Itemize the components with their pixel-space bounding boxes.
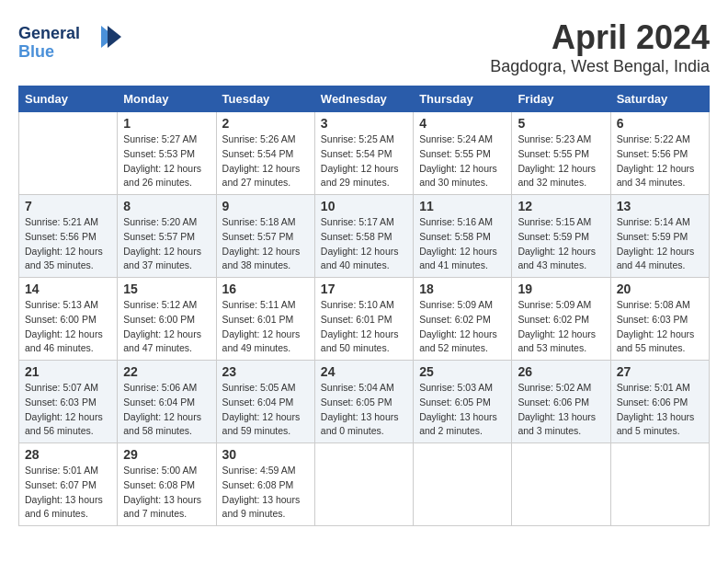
day-info: Sunrise: 5:20 AM Sunset: 5:57 PM Dayligh… [123,215,210,273]
logo: General Blue [18,18,129,64]
day-info: Sunrise: 5:23 AM Sunset: 5:55 PM Dayligh… [518,132,604,190]
page-header: General Blue April 2024 Bagdogra, West B… [18,18,710,76]
calendar-cell: 27Sunrise: 5:01 AM Sunset: 6:06 PM Dayli… [610,361,709,443]
day-number: 25 [419,364,506,379]
day-number: 12 [518,199,604,213]
calendar-cell: 7Sunrise: 5:21 AM Sunset: 5:56 PM Daylig… [19,195,118,278]
day-info: Sunrise: 5:00 AM Sunset: 6:08 PM Dayligh… [123,464,210,522]
day-number: 27 [617,364,703,379]
day-number: 5 [518,116,604,131]
week-row-5: 28Sunrise: 5:01 AM Sunset: 6:07 PM Dayli… [19,443,710,526]
column-header-sunday: Sunday [19,86,118,112]
day-info: Sunrise: 5:18 AM Sunset: 5:57 PM Dayligh… [222,215,309,273]
day-number: 4 [419,116,506,131]
day-info: Sunrise: 5:22 AM Sunset: 5:56 PM Dayligh… [617,132,703,190]
week-row-2: 7Sunrise: 5:21 AM Sunset: 5:56 PM Daylig… [19,195,710,278]
day-number: 23 [222,364,309,379]
day-info: Sunrise: 5:09 AM Sunset: 6:02 PM Dayligh… [419,298,506,356]
day-info: Sunrise: 5:08 AM Sunset: 6:03 PM Dayligh… [617,298,703,356]
calendar-cell: 10Sunrise: 5:17 AM Sunset: 5:58 PM Dayli… [314,195,413,278]
day-info: Sunrise: 5:07 AM Sunset: 6:03 PM Dayligh… [25,381,111,439]
day-info: Sunrise: 5:25 AM Sunset: 5:54 PM Dayligh… [321,132,407,190]
day-number: 13 [617,199,703,213]
calendar-cell: 11Sunrise: 5:16 AM Sunset: 5:58 PM Dayli… [414,195,512,278]
calendar-cell: 8Sunrise: 5:20 AM Sunset: 5:57 PM Daylig… [118,195,216,278]
day-info: Sunrise: 5:05 AM Sunset: 6:04 PM Dayligh… [222,381,309,439]
day-info: Sunrise: 5:27 AM Sunset: 5:53 PM Dayligh… [123,132,210,190]
day-info: Sunrise: 5:01 AM Sunset: 6:06 PM Dayligh… [617,381,703,439]
day-headers-row: SundayMondayTuesdayWednesdayThursdayFrid… [19,86,710,112]
day-number: 15 [123,282,210,296]
day-number: 29 [123,447,210,462]
calendar-cell: 26Sunrise: 5:02 AM Sunset: 6:06 PM Dayli… [512,361,610,443]
calendar-cell [314,443,413,526]
calendar-cell: 5Sunrise: 5:23 AM Sunset: 5:55 PM Daylig… [512,112,610,195]
day-number: 20 [617,282,703,296]
day-info: Sunrise: 5:24 AM Sunset: 5:55 PM Dayligh… [419,132,506,190]
day-number: 14 [25,282,111,296]
day-info: Sunrise: 4:59 AM Sunset: 6:08 PM Dayligh… [222,464,309,522]
day-number: 11 [419,199,506,213]
location-subtitle: Bagdogra, West Bengal, India [490,57,710,76]
calendar-cell: 1Sunrise: 5:27 AM Sunset: 5:53 PM Daylig… [118,112,216,195]
day-number: 24 [321,364,407,379]
day-number: 22 [123,364,210,379]
day-number: 19 [518,282,604,296]
calendar-cell: 16Sunrise: 5:11 AM Sunset: 6:01 PM Dayli… [216,278,314,361]
day-number: 3 [321,116,407,131]
calendar-cell: 18Sunrise: 5:09 AM Sunset: 6:02 PM Dayli… [414,278,512,361]
day-info: Sunrise: 5:12 AM Sunset: 6:00 PM Dayligh… [123,298,210,356]
svg-text:General: General [18,24,80,42]
week-row-4: 21Sunrise: 5:07 AM Sunset: 6:03 PM Dayli… [19,361,710,443]
calendar-cell: 17Sunrise: 5:10 AM Sunset: 6:01 PM Dayli… [314,278,413,361]
calendar-cell: 19Sunrise: 5:09 AM Sunset: 6:02 PM Dayli… [512,278,610,361]
calendar-cell: 30Sunrise: 4:59 AM Sunset: 6:08 PM Dayli… [216,443,314,526]
day-info: Sunrise: 5:09 AM Sunset: 6:02 PM Dayligh… [518,298,604,356]
day-info: Sunrise: 5:02 AM Sunset: 6:06 PM Dayligh… [518,381,604,439]
calendar-cell: 25Sunrise: 5:03 AM Sunset: 6:05 PM Dayli… [414,361,512,443]
column-header-monday: Monday [118,86,216,112]
calendar-cell: 15Sunrise: 5:12 AM Sunset: 6:00 PM Dayli… [118,278,216,361]
day-info: Sunrise: 5:17 AM Sunset: 5:58 PM Dayligh… [321,215,407,273]
day-info: Sunrise: 5:21 AM Sunset: 5:56 PM Dayligh… [25,215,111,273]
day-number: 8 [123,199,210,213]
day-number: 10 [321,199,407,213]
calendar-cell: 23Sunrise: 5:05 AM Sunset: 6:04 PM Dayli… [216,361,314,443]
title-area: April 2024 Bagdogra, West Bengal, India [490,18,710,76]
calendar-cell: 13Sunrise: 5:14 AM Sunset: 5:59 PM Dayli… [610,195,709,278]
calendar-cell: 20Sunrise: 5:08 AM Sunset: 6:03 PM Dayli… [610,278,709,361]
week-row-3: 14Sunrise: 5:13 AM Sunset: 6:00 PM Dayli… [19,278,710,361]
day-number: 26 [518,364,604,379]
calendar-cell: 3Sunrise: 5:25 AM Sunset: 5:54 PM Daylig… [314,112,413,195]
calendar-cell: 4Sunrise: 5:24 AM Sunset: 5:55 PM Daylig… [414,112,512,195]
day-info: Sunrise: 5:11 AM Sunset: 6:01 PM Dayligh… [222,298,309,356]
day-info: Sunrise: 5:13 AM Sunset: 6:00 PM Dayligh… [25,298,111,356]
day-number: 2 [222,116,309,131]
month-year-title: April 2024 [490,18,710,57]
day-number: 30 [222,447,309,462]
day-info: Sunrise: 5:06 AM Sunset: 6:04 PM Dayligh… [123,381,210,439]
calendar-cell: 24Sunrise: 5:04 AM Sunset: 6:05 PM Dayli… [314,361,413,443]
calendar-cell [414,443,512,526]
day-number: 9 [222,199,309,213]
column-header-thursday: Thursday [414,86,512,112]
column-header-tuesday: Tuesday [216,86,314,112]
day-number: 7 [25,199,111,213]
calendar-cell: 29Sunrise: 5:00 AM Sunset: 6:08 PM Dayli… [118,443,216,526]
calendar-cell: 9Sunrise: 5:18 AM Sunset: 5:57 PM Daylig… [216,195,314,278]
day-info: Sunrise: 5:03 AM Sunset: 6:05 PM Dayligh… [419,381,506,439]
day-info: Sunrise: 5:10 AM Sunset: 6:01 PM Dayligh… [321,298,407,356]
calendar-cell: 22Sunrise: 5:06 AM Sunset: 6:04 PM Dayli… [118,361,216,443]
calendar-cell [610,443,709,526]
column-header-friday: Friday [512,86,610,112]
svg-marker-3 [108,26,121,48]
day-number: 18 [419,282,506,296]
svg-text:Blue: Blue [18,42,54,61]
day-info: Sunrise: 5:16 AM Sunset: 5:58 PM Dayligh… [419,215,506,273]
day-number: 1 [123,116,210,131]
day-info: Sunrise: 5:04 AM Sunset: 6:05 PM Dayligh… [321,381,407,439]
calendar-cell: 21Sunrise: 5:07 AM Sunset: 6:03 PM Dayli… [19,361,118,443]
calendar-cell [19,112,118,195]
day-number: 17 [321,282,407,296]
calendar-cell: 6Sunrise: 5:22 AM Sunset: 5:56 PM Daylig… [610,112,709,195]
